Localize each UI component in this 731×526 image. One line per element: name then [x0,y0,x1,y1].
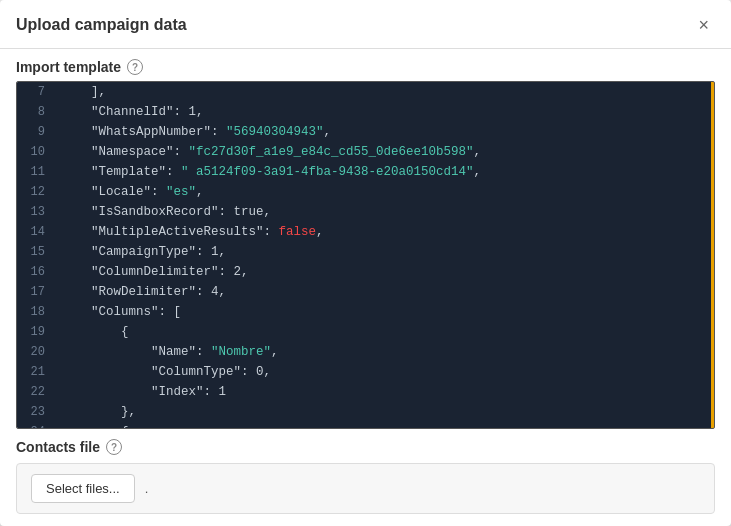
contacts-help-icon[interactable]: ? [106,439,122,455]
line-content: "Namespace": "fc27d30f_a1e9_e84c_cd55_0d… [53,142,714,162]
code-line: 14 "MultipleActiveResults": false, [17,222,714,242]
line-content: { [53,422,714,428]
line-number: 17 [17,282,53,302]
code-line: 7 ], [17,82,714,102]
line-number: 14 [17,222,53,242]
code-line: 16 "ColumnDelimiter": 2, [17,262,714,282]
code-line: 12 "Locale": "es", [17,182,714,202]
code-line: 19 { [17,322,714,342]
line-number: 22 [17,382,53,402]
line-number: 12 [17,182,53,202]
line-content: "Index": 1 [53,382,714,402]
line-content: "ColumnDelimiter": 2, [53,262,714,282]
line-number: 23 [17,402,53,422]
upload-area: Select files... . [16,463,715,514]
line-content: "Name": "Nombre", [53,342,714,362]
line-number: 11 [17,162,53,182]
contacts-label: Contacts file ? [16,439,715,455]
line-number: 20 [17,342,53,362]
code-line: 24 { [17,422,714,428]
modal-title: Upload campaign data [16,16,187,34]
code-editor-container: 7 ],8 "ChannelId": 1,9 "WhatsAppNumber":… [16,81,715,429]
line-content: ], [53,82,714,102]
import-template-label: Import template ? [0,49,731,81]
code-line: 15 "CampaignType": 1, [17,242,714,262]
code-line: 20 "Name": "Nombre", [17,342,714,362]
line-content: "CampaignType": 1, [53,242,714,262]
line-number: 21 [17,362,53,382]
modal-body: Import template ? 7 ],8 "ChannelId": 1,9… [0,49,731,526]
upload-hint: . [145,481,149,496]
line-content: "ColumnType": 0, [53,362,714,382]
code-line: 18 "Columns": [ [17,302,714,322]
modal-header: Upload campaign data × [0,0,731,49]
close-button[interactable]: × [692,14,715,36]
line-number: 10 [17,142,53,162]
line-number: 9 [17,122,53,142]
code-line: 9 "WhatsAppNumber": "56940304943", [17,122,714,142]
code-line: 13 "IsSandboxRecord": true, [17,202,714,222]
code-line: 8 "ChannelId": 1, [17,102,714,122]
line-content: { [53,322,714,342]
code-line: 21 "ColumnType": 0, [17,362,714,382]
code-line: 23 }, [17,402,714,422]
code-line: 11 "Template": " a5124f09-3a91-4fba-9438… [17,162,714,182]
line-content: "Template": " a5124f09-3a91-4fba-9438-e2… [53,162,714,182]
line-number: 15 [17,242,53,262]
line-content: "ChannelId": 1, [53,102,714,122]
upload-modal: Upload campaign data × Import template ?… [0,0,731,526]
line-number: 13 [17,202,53,222]
code-line: 10 "Namespace": "fc27d30f_a1e9_e84c_cd55… [17,142,714,162]
import-help-icon[interactable]: ? [127,59,143,75]
scroll-indicator [711,82,714,428]
line-number: 8 [17,102,53,122]
line-number: 18 [17,302,53,322]
line-content: "IsSandboxRecord": true, [53,202,714,222]
line-content: }, [53,402,714,422]
code-line: 17 "RowDelimiter": 4, [17,282,714,302]
contacts-section: Contacts file ? Select files... . [0,429,731,526]
line-content: "RowDelimiter": 4, [53,282,714,302]
line-content: "WhatsAppNumber": "56940304943", [53,122,714,142]
line-number: 7 [17,82,53,102]
line-number: 19 [17,322,53,342]
line-number: 24 [17,422,53,428]
select-files-button[interactable]: Select files... [31,474,135,503]
line-content: "Locale": "es", [53,182,714,202]
code-line: 22 "Index": 1 [17,382,714,402]
line-content: "MultipleActiveResults": false, [53,222,714,242]
line-number: 16 [17,262,53,282]
line-content: "Columns": [ [53,302,714,322]
code-editor[interactable]: 7 ],8 "ChannelId": 1,9 "WhatsAppNumber":… [17,82,714,428]
